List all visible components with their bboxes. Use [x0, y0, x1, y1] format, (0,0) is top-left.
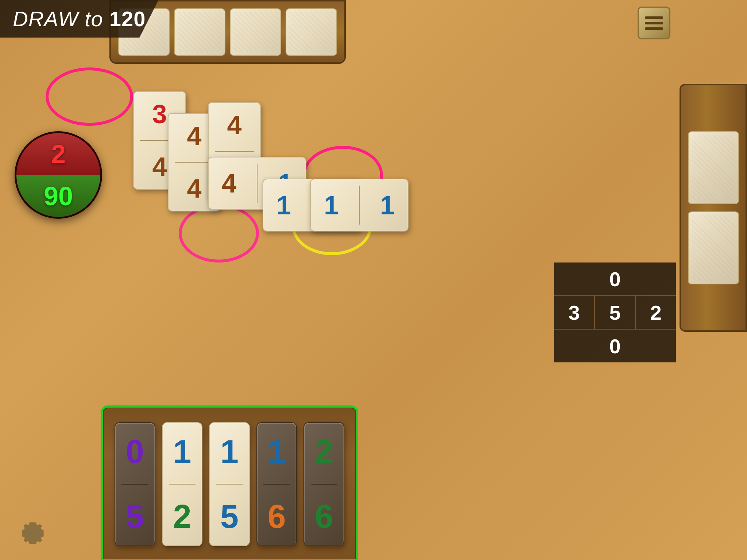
- domino-3-top: 4: [227, 112, 241, 138]
- menu-icon: [645, 16, 663, 30]
- player-tile-5-top: 2: [315, 435, 333, 468]
- menu-button[interactable]: [638, 7, 670, 39]
- score-cell-5: 5: [595, 296, 635, 329]
- domino-6-left: 1: [324, 192, 338, 218]
- player-tile-2-divider: [169, 484, 196, 485]
- score-table: 0 3 5 2 0: [554, 262, 676, 362]
- player-tile-4[interactable]: 1 6: [256, 422, 297, 546]
- domino-4-left: 4: [222, 170, 236, 197]
- player-tile-5[interactable]: 2 6: [303, 422, 344, 546]
- draw-label: DRAW to 120: [0, 0, 159, 38]
- score-val-2: 2: [650, 301, 661, 324]
- score-circle: 2 90: [15, 131, 102, 219]
- player-tile-1-top: 0: [126, 435, 144, 468]
- player-tile-3-divider: [216, 484, 243, 485]
- domino-5-left: 1: [276, 192, 291, 218]
- player-tile-1[interactable]: 0 5: [115, 422, 155, 546]
- domino-tile-6[interactable]: 1 1: [310, 179, 409, 232]
- domino-6-divider: [359, 186, 360, 224]
- player-tile-2-top: 1: [173, 435, 191, 468]
- player-tile-rack: 0 5 1 2 1 5 1 6 2 6: [102, 407, 357, 560]
- draw-target: 120: [109, 7, 146, 31]
- score-val-5: 5: [609, 301, 620, 324]
- domino-6-right: 1: [380, 192, 395, 218]
- right-tile-rack: [680, 84, 747, 332]
- player-tile-2-bottom: 2: [173, 500, 191, 533]
- score-val-0-top: 0: [609, 267, 620, 291]
- settings-button[interactable]: [16, 514, 49, 547]
- red-score: 2: [51, 139, 66, 169]
- player-tile-4-top: 1: [268, 435, 286, 468]
- domino-1-bottom: 4: [152, 153, 167, 180]
- player-tile-1-divider: [121, 484, 148, 485]
- score-cell-bottom: 0: [554, 330, 676, 362]
- player-tile-3-bottom: 5: [220, 500, 239, 533]
- gear-icon: [18, 516, 47, 545]
- player-tile-5-bottom: 6: [315, 500, 333, 533]
- green-score: 90: [44, 181, 73, 211]
- player-tile-1-bottom: 5: [126, 500, 144, 533]
- player-tile-5-divider: [311, 484, 337, 485]
- draw-text: DRAW to: [13, 7, 103, 31]
- score-val-0-bottom: 0: [609, 334, 620, 358]
- domino-1-top: 3: [152, 101, 167, 127]
- player-tile-3-top: 1: [220, 435, 239, 468]
- player-tile-4-bottom: 6: [268, 500, 286, 533]
- top-rack-tile-3: [230, 8, 281, 56]
- top-rack-tile-4: [286, 8, 337, 56]
- player-tile-3[interactable]: 1 5: [209, 422, 250, 546]
- right-rack-tile-2: [688, 211, 739, 284]
- domino-2-top: 4: [187, 123, 201, 149]
- score-cell-3: 3: [554, 296, 594, 329]
- score-cell-top: 0: [554, 262, 676, 295]
- domino-3-divider: [215, 151, 253, 152]
- top-rack-tile-2: [174, 8, 225, 56]
- domino-4-divider: [257, 164, 258, 202]
- score-cell-2: 2: [636, 296, 676, 329]
- right-rack-tile-1: [688, 131, 739, 204]
- player-tile-4-divider: [263, 484, 290, 485]
- score-val-3: 3: [568, 301, 580, 324]
- player-tile-2[interactable]: 1 2: [162, 422, 203, 546]
- domino-2-bottom: 4: [187, 175, 201, 202]
